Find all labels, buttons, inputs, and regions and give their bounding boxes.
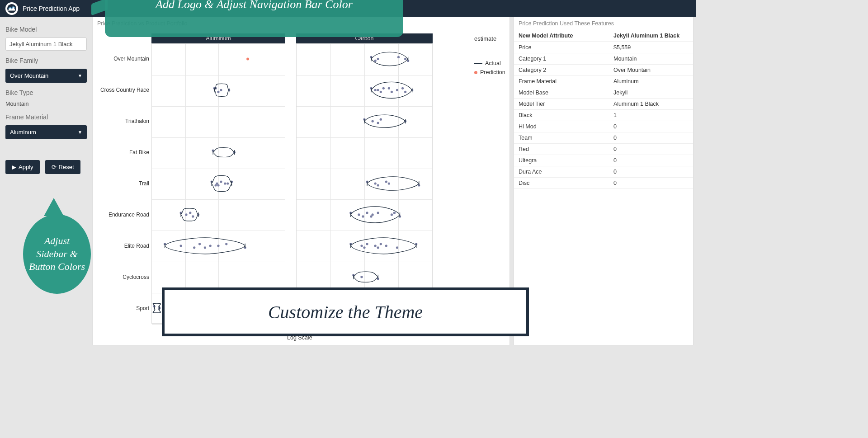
features-col-val: Jekyll Aluminum 1 Black — [609, 30, 693, 42]
bike-model-label: Bike Model — [5, 26, 84, 33]
frame-material-label: Frame Material — [5, 113, 84, 121]
bike-type-label: Bike Type — [5, 89, 84, 96]
features-col-attr: New Model Attribute — [514, 30, 609, 42]
bike-family-label: Bike Family — [5, 57, 84, 64]
frame-material-select[interactable]: Aluminum ▼ — [5, 125, 87, 139]
table-row: Hi Mod0 — [514, 121, 693, 132]
table-row: Price$5,559 — [514, 42, 693, 53]
annotation-sidebar: Adjust Sidebar & Button Colors — [23, 214, 91, 294]
table-row: Dura Ace0 — [514, 166, 693, 178]
table-row: Model TierAluminum 1 Black — [514, 99, 693, 110]
app-title: Price Prediction App — [23, 5, 80, 12]
apply-button[interactable]: ▶ Apply — [5, 160, 40, 174]
play-icon: ▶ — [12, 164, 16, 170]
reset-label: Reset — [59, 164, 74, 170]
features-title: Price Prediction Used These Features — [514, 17, 693, 30]
bike-family-select[interactable]: Over Mountain ▼ — [5, 69, 87, 83]
table-row: Model BaseJekyll — [514, 87, 693, 99]
reset-button[interactable]: ⟳ Reset — [45, 160, 80, 174]
table-row: Red0 — [514, 144, 693, 155]
bike-family-value: Over Mountain — [10, 72, 48, 79]
features-panel: Price Prediction Used These Features New… — [514, 17, 693, 345]
frame-material-value: Aluminum — [10, 129, 36, 136]
apply-label: Apply — [19, 164, 33, 170]
app-logo — [5, 2, 18, 15]
table-row: Frame MaterialAluminum — [514, 76, 693, 87]
table-row: Black1 — [514, 110, 693, 121]
table-row: Ultegra0 — [514, 155, 693, 166]
bike-model-input[interactable] — [5, 38, 87, 51]
features-table: New Model Attribute Jekyll Aluminum 1 Bl… — [514, 30, 693, 189]
caret-down-icon: ▼ — [78, 73, 82, 78]
annotation-banner: Customize the Theme — [162, 287, 529, 336]
caret-down-icon: ▼ — [78, 130, 82, 135]
annotation-navbar: Add Logo & Adjust Navigation Bar Color — [105, 0, 403, 37]
bike-type-value: Mountain — [5, 101, 84, 107]
table-row: Disc0 — [514, 178, 693, 189]
legend-actual: Actual — [485, 60, 501, 66]
mountain-chart-icon — [7, 4, 17, 14]
table-row: Category 2Over Mountain — [514, 65, 693, 76]
refresh-icon: ⟳ — [52, 164, 57, 170]
table-row: Category 1Mountain — [514, 53, 693, 65]
table-row: Team0 — [514, 132, 693, 144]
sidebar: Bike Model Bike Family Over Mountain ▼ B… — [0, 17, 90, 348]
